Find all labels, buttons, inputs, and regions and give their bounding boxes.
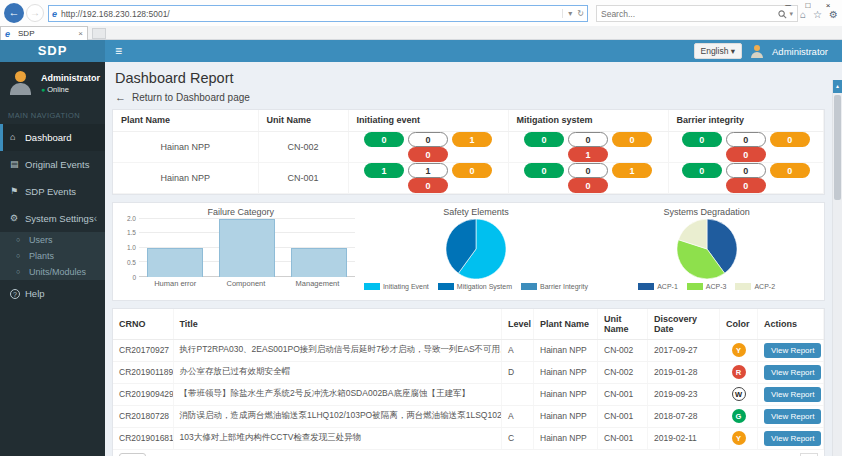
legend-label: ACP-3	[706, 283, 727, 290]
minimize-button[interactable]: ─	[778, 0, 798, 12]
close-button[interactable]: ×	[818, 0, 838, 12]
legend-swatch	[735, 283, 751, 290]
legend-item: ACP-3	[687, 283, 727, 290]
color-cell: Y	[720, 339, 758, 361]
status-badge: 0	[524, 163, 564, 178]
table-row: Hainan NPPCN-001110000100000	[113, 162, 824, 193]
hamburger-icon[interactable]: ≡	[105, 44, 132, 58]
events-table: CRNOTitleLevelPlant NameUnit NameDiscove…	[113, 309, 824, 450]
x-tick-label: Component	[227, 279, 266, 288]
actions-cell: View Report	[758, 339, 824, 361]
sidebar-item-dashboard[interactable]: ⌂Dashboard	[0, 124, 105, 151]
unit-name-cell: CN-002	[598, 361, 648, 383]
status-badge: 0	[726, 163, 766, 178]
maximize-button[interactable]: □	[798, 0, 818, 12]
pie	[446, 219, 506, 279]
sidebar-item-plants[interactable]: ○Plants	[0, 248, 105, 264]
chart-legend: Initiating EventMitigation SystemBarrier…	[364, 283, 588, 290]
scrollbar-thumb[interactable]	[834, 95, 841, 200]
color-cell: G	[720, 405, 758, 427]
tab-close-icon[interactable]: ×	[78, 29, 83, 38]
status-badge: 0	[726, 178, 766, 193]
charts-panel: Failure Category 00.51.01.52.0 Human err…	[112, 202, 825, 301]
level-cell: C	[502, 427, 534, 449]
browser-tab-bar: e SDP ×	[0, 26, 842, 40]
x-tick-label: Human error	[154, 279, 196, 288]
title-cell: 【带班领导】除盐水生产系统2号反冲洗水箱0SDA002BA底座腐蚀【王建军】	[173, 383, 502, 405]
view-report-button[interactable]: View Report	[764, 431, 821, 446]
badge-group-cell: 0000	[668, 131, 824, 162]
view-report-button[interactable]: View Report	[764, 409, 821, 424]
color-badge: R	[732, 365, 746, 379]
topbar-user-name[interactable]: Administrator	[772, 46, 828, 57]
ie-favicon: e	[52, 9, 57, 19]
sidebar-item-units-modules[interactable]: ○Units/Modules	[0, 264, 105, 280]
legend-swatch	[521, 283, 537, 290]
sidebar-item-original-events[interactable]: ▤Original Events	[0, 151, 105, 178]
discovery-date-cell: 2017-09-27	[648, 339, 720, 361]
new-tab-button[interactable]	[92, 28, 106, 39]
legend-swatch	[438, 283, 454, 290]
topbar-avatar[interactable]	[750, 45, 764, 58]
status-badge: 0	[726, 147, 766, 162]
url-dropdown-icon[interactable]: ▾	[568, 9, 572, 18]
unit-name-cell: CN-001	[598, 405, 648, 427]
browser-back-button[interactable]: ←	[4, 3, 24, 23]
actions-cell: View Report	[758, 405, 824, 427]
failure-category-chart: Failure Category 00.51.01.52.0 Human err…	[115, 207, 361, 296]
status-badge: 0	[524, 132, 564, 147]
sidebar-item-label: Dashboard	[25, 124, 71, 151]
view-report-button[interactable]: View Report	[764, 387, 821, 402]
sidebar-item-label: System Settings	[25, 205, 94, 232]
status-badge: 0	[612, 132, 652, 147]
view-report-button[interactable]: View Report	[764, 365, 821, 380]
summary-header-row: Plant NameUnit NameInitiating eventMitig…	[113, 110, 824, 131]
status-badge: 0	[408, 147, 448, 162]
search-input[interactable]	[601, 9, 776, 19]
sidebar-item-system-settings[interactable]: ⚙System Settings‹	[0, 205, 105, 232]
return-link[interactable]: ←Return to Dashboard page	[115, 91, 822, 103]
sidebar: SDP Administrator ●Online MAIN NAVIGATIO…	[0, 40, 105, 456]
page-scrollbar[interactable]: ▲ ▼	[832, 80, 842, 456]
app-logo[interactable]: SDP	[0, 40, 105, 62]
circle-icon: ○	[16, 248, 29, 264]
sidebar-item-label: SDP Events	[25, 178, 76, 205]
status-badge: 1	[568, 147, 608, 162]
events-footer: 15 ▾ 1	[113, 450, 824, 456]
systems-degradation-chart: Systems Degradation ACP-1ACP-3ACP-2	[591, 207, 822, 296]
sidebar-item-sdp-events[interactable]: ⚑SDP Events	[0, 178, 105, 205]
discovery-date-cell: 2019-01-28	[648, 361, 720, 383]
chevron-left-icon: ‹	[94, 205, 97, 232]
sidebar-item-help[interactable]: ?Help	[0, 280, 105, 307]
actions-cell: View Report	[758, 427, 824, 449]
url-text[interactable]: http://192.168.230.128:5001/	[61, 9, 562, 19]
language-dropdown[interactable]: English ▾	[694, 43, 743, 59]
address-bar[interactable]: e http://192.168.230.128:5001/ ▾ ↻	[48, 5, 588, 22]
legend-label: ACP-1	[657, 283, 678, 290]
browser-forward-button[interactable]: →	[26, 4, 44, 22]
browser-tab[interactable]: e SDP ×	[0, 26, 88, 40]
bars	[139, 219, 355, 277]
events-header-unit-name: Unit Name	[598, 309, 648, 340]
status-badge: 1	[408, 163, 448, 178]
level-cell: A	[502, 339, 534, 361]
refresh-icon[interactable]: ↻	[577, 9, 584, 18]
calendar-icon: ▤	[10, 151, 25, 178]
status-badge: 0	[568, 178, 608, 193]
status-badge: 0	[682, 132, 722, 147]
discovery-date-cell: 2019-09-23	[648, 383, 720, 405]
y-tick-label: 0	[132, 273, 136, 280]
page-size-dropdown[interactable]: 15 ▾	[119, 453, 146, 456]
sidebar-section-label: MAIN NAVIGATION	[0, 106, 105, 124]
crno-cell: CR201901681	[113, 427, 173, 449]
table-row: CR201901189办公室存放已过有效期安全帽DHainan NPPCN-00…	[113, 361, 824, 383]
circle-icon: ○	[16, 264, 29, 280]
summary-header-mitigation-system: Mitigation system	[508, 110, 668, 131]
legend-item: Barrier Integrity	[521, 283, 588, 290]
view-report-button[interactable]: View Report	[764, 343, 821, 358]
sidebar-item-users[interactable]: ○Users	[0, 232, 105, 248]
scroll-up-icon[interactable]: ▲	[833, 80, 842, 93]
browser-search-box[interactable]: ▾	[596, 5, 798, 22]
badge-group-cell: 0010	[348, 131, 508, 162]
page-number[interactable]: 1	[800, 453, 818, 456]
